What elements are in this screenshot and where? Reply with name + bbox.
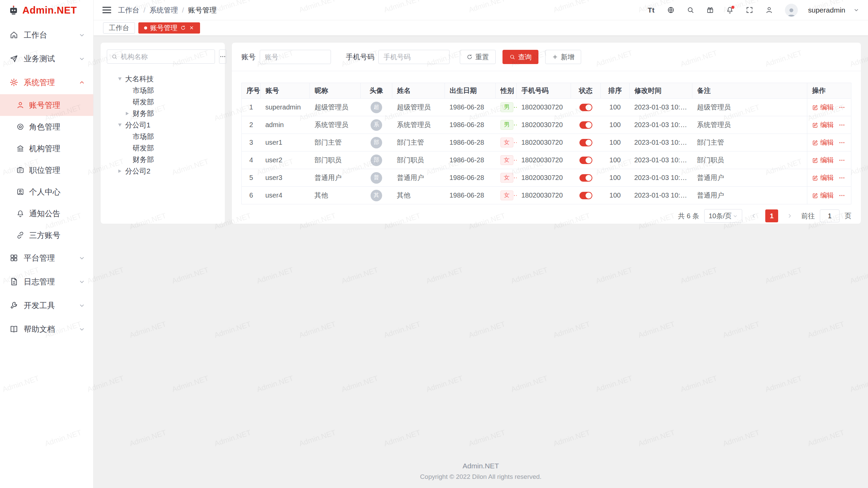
close-icon[interactable] [189,25,194,30]
profile-icon[interactable] [763,3,775,17]
cell-avatar: 部 [361,151,392,169]
cell-status [571,134,601,151]
sidebar-subitem-label: 账号管理 [29,100,60,110]
tree-caret-icon[interactable] [117,122,122,128]
theme-icon[interactable] [704,3,716,17]
sidebar-subitem-third-party-account[interactable]: 三方账号 [0,224,93,246]
sidebar-item-platform-management[interactable]: 平台管理 [0,246,93,270]
tree-caret-icon[interactable] [124,145,130,151]
search-icon[interactable] [684,3,697,17]
breadcrumb-item[interactable]: 账号管理 [188,5,217,15]
tree-node[interactable]: 市场部 [107,85,219,96]
more-actions-button[interactable] [839,175,845,181]
username[interactable]: superadmin [808,6,845,14]
status-toggle[interactable] [579,139,592,146]
status-toggle[interactable] [579,174,592,182]
status-toggle[interactable] [579,192,592,199]
language-icon[interactable] [664,3,677,17]
page-number-1[interactable]: 1 [765,209,778,222]
tab-account-management[interactable]: 账号管理 [138,22,200,34]
table-row: 4 user2 部门职员 部 部门职员 1986-06-28 女 1802003… [242,151,851,169]
tree-node[interactable]: 研发部 [107,142,219,154]
edit-button[interactable]: 编辑 [812,120,834,129]
edit-button[interactable]: 编辑 [812,103,834,112]
sidebar-item-business-test[interactable]: 业务测试 [0,47,93,70]
tree-node[interactable]: 分公司2 [107,165,219,177]
status-toggle[interactable] [579,121,592,129]
profile-card-icon [16,188,24,196]
breadcrumb-item[interactable]: 系统管理 [150,5,178,15]
query-button[interactable]: 查询 [502,50,538,64]
sidebar-subitem-position-management[interactable]: 职位管理 [0,159,93,181]
tree-caret-icon[interactable] [117,76,122,82]
status-toggle[interactable] [579,157,592,164]
tree-node-label: 市场部 [133,132,154,141]
link-icon [16,231,24,239]
more-actions-button[interactable] [839,104,845,111]
more-actions-button[interactable] [839,122,845,128]
org-tree: 大名科技 市场部 研发部 财务部 分公司1 市场部 研发部 财务部 分公司2 [107,73,219,177]
account-filter-input[interactable] [260,50,331,64]
tree-node[interactable]: 大名科技 [107,73,219,85]
fullscreen-icon[interactable] [743,3,756,17]
sidebar-item-dev-tools[interactable]: 开发工具 [0,293,93,317]
edit-icon [812,122,818,128]
collapse-menu-icon[interactable] [102,7,111,13]
cell-modified-time: 2023-01-03 10:59:44 [630,169,692,187]
chevron-down-icon[interactable] [853,7,859,13]
cell-birthdate: 1986-06-28 [445,151,496,169]
sidebar-subitem-role-management[interactable]: 角色管理 [0,116,93,138]
tab-workbench[interactable]: 工作台 [103,22,135,34]
edit-button[interactable]: 编辑 [812,138,834,147]
next-page-button[interactable] [783,209,796,222]
top-header: 工作台 / 系统管理 / 账号管理 Tt superadmin [94,0,868,20]
tree-caret-icon[interactable] [124,157,130,162]
sidebar-subitem-account-management[interactable]: 账号管理 [0,94,93,116]
edit-button[interactable]: 编辑 [812,191,834,200]
sidebar-item-system-management[interactable]: 系统管理 [0,70,93,94]
tree-more-button[interactable] [219,49,226,64]
refresh-icon[interactable] [180,25,186,30]
sidebar-subitem-personal-center[interactable]: 个人中心 [0,181,93,203]
reset-button[interactable]: 重置 [460,50,496,64]
page-size-select[interactable]: 10条/页 [704,209,742,223]
tree-node[interactable]: 研发部 [107,96,219,108]
cell-gender: 女 [496,187,517,204]
book-icon [9,325,18,333]
tree-caret-icon[interactable] [117,168,122,174]
org-search-input[interactable] [121,53,211,61]
edit-button[interactable]: 编辑 [812,156,834,165]
col-birthdate: 出生日期 [445,83,496,99]
sidebar-item-workbench[interactable]: 工作台 [0,23,93,47]
sidebar-item-help-docs[interactable]: 帮助文档 [0,317,93,341]
edit-button[interactable]: 编辑 [812,173,834,182]
font-size-icon[interactable]: Tt [645,3,657,17]
sidebar-subitem-org-management[interactable]: 机构管理 [0,138,93,159]
tree-caret-icon[interactable] [124,88,130,93]
tree-caret-icon[interactable] [124,111,130,116]
user-avatar[interactable] [785,4,798,17]
col-actions: 操作 [807,83,851,99]
more-actions-button[interactable] [839,192,845,199]
status-toggle[interactable] [579,104,592,111]
total-count: 共 6 条 [678,211,699,221]
sidebar-item-log-management[interactable]: 日志管理 [0,270,93,293]
goto-page-input[interactable] [820,209,840,222]
sidebar-subitem-notice[interactable]: 通知公告 [0,203,93,224]
prev-page-button[interactable] [747,209,760,222]
more-actions-button[interactable] [839,157,845,164]
tree-caret-icon[interactable] [124,99,130,105]
notification-bell-icon[interactable] [723,3,736,17]
tree-node[interactable]: 财务部 [107,154,219,165]
gender-badge: 女 [500,190,513,200]
chevron-up-icon [79,79,85,86]
tree-caret-icon[interactable] [124,134,130,139]
more-actions-button[interactable] [839,139,845,146]
phone-filter-input[interactable] [378,50,450,64]
tree-node[interactable]: 市场部 [107,131,219,142]
breadcrumb-item[interactable]: 工作台 [118,5,139,15]
tree-node[interactable]: 财务部 [107,108,219,119]
tree-node[interactable]: 分公司1 [107,119,219,131]
add-button[interactable]: 新增 [545,50,581,64]
ellipsis-icon [839,157,845,164]
